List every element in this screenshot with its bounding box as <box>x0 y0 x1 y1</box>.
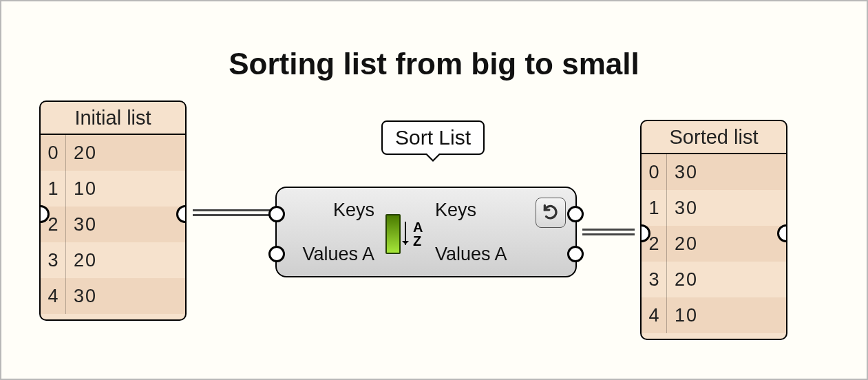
diagram-title: Sorting list from big to small <box>1 47 867 81</box>
panel-initial-header: Initial list <box>41 102 185 135</box>
component-grip[interactable] <box>268 206 285 222</box>
component-grip[interactable] <box>268 246 285 262</box>
panel-sorted-body: 030 130 220 320 410 <box>642 154 786 333</box>
list-item: 020 <box>41 135 185 171</box>
output-port-keys[interactable]: Keys <box>435 196 525 224</box>
list-item: 320 <box>41 242 185 278</box>
output-port-values[interactable]: Values A <box>435 240 525 268</box>
component-grip[interactable] <box>567 246 584 262</box>
panel-sorted-header: Sorted list <box>642 121 786 154</box>
list-item: 030 <box>642 154 786 190</box>
input-port-keys[interactable]: Keys <box>292 196 374 224</box>
input-ports: Keys Values A <box>292 188 374 276</box>
list-item: 220 <box>642 226 786 262</box>
component-grip[interactable] <box>567 206 584 222</box>
reverse-button[interactable] <box>536 198 566 228</box>
undo-icon <box>542 202 560 223</box>
list-item: 130 <box>642 190 786 226</box>
canvas: Sorting list from big to small Initial l… <box>0 0 868 380</box>
panel-initial-body: 020 110 230 320 430 <box>41 135 185 314</box>
list-item: 430 <box>41 278 185 314</box>
list-item: 110 <box>41 171 185 207</box>
list-item: 230 <box>41 207 185 242</box>
input-port-values[interactable]: Values A <box>292 240 374 268</box>
output-ports: Keys Values A <box>435 188 525 276</box>
sort-az-icon: A Z <box>385 214 423 254</box>
panel-sorted-list[interactable]: Sorted list 030 130 220 320 410 <box>640 120 787 340</box>
component-tooltip: Sort List <box>381 120 485 155</box>
wire-initial-to-component <box>193 209 270 216</box>
list-item: 320 <box>642 262 786 297</box>
panel-initial-list[interactable]: Initial list 020 110 230 320 430 <box>39 101 187 321</box>
sort-list-component[interactable]: Keys Values A Keys Values A A Z <box>275 187 577 277</box>
wire-component-to-sorted <box>582 229 635 235</box>
list-item: 410 <box>642 297 786 333</box>
